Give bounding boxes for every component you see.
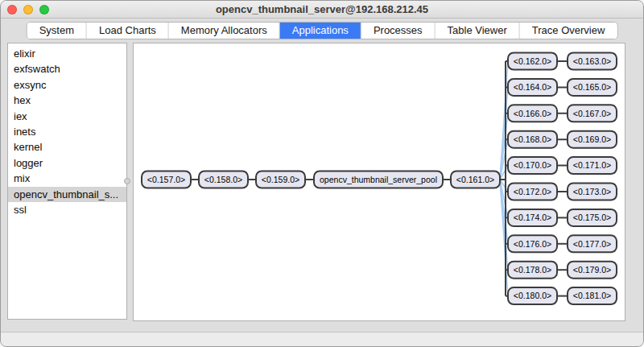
process-tree-svg: <0.157.0><0.158.0><0.159.0>opencv_thumbn…: [134, 43, 625, 320]
app-list-item[interactable]: kernel: [8, 139, 126, 155]
tab-applications[interactable]: Applications: [280, 23, 361, 39]
app-list-item[interactable]: exfswatch: [8, 61, 126, 76]
process-node-label: <0.180.0>: [514, 291, 551, 300]
process-nodes: <0.157.0><0.158.0><0.159.0>opencv_thumbn…: [142, 53, 617, 305]
close-button[interactable]: [7, 5, 17, 14]
process-node-label: <0.175.0>: [573, 213, 611, 222]
process-node[interactable]: <0.175.0>: [568, 209, 617, 226]
process-node-label: <0.179.0>: [573, 265, 611, 275]
process-node-label: <0.178.0>: [514, 265, 551, 275]
titlebar: opencv_thumbnail_server@192.168.212.45: [1, 1, 643, 19]
process-node-label: <0.164.0>: [514, 82, 551, 92]
minimize-button[interactable]: [23, 5, 33, 14]
process-node-label: <0.176.0>: [514, 239, 551, 249]
process-node-label: <0.157.0>: [147, 175, 185, 184]
process-node[interactable]: opencv_thumbnail_server_pool: [314, 171, 443, 188]
process-node-label: <0.177.0>: [573, 239, 611, 249]
window-title: opencv_thumbnail_server@192.168.212.45: [1, 1, 643, 19]
app-list-item[interactable]: iex: [8, 109, 126, 124]
process-node-label: <0.172.0>: [514, 187, 551, 196]
process-node[interactable]: <0.172.0>: [508, 184, 557, 200]
process-node[interactable]: <0.179.0>: [568, 262, 617, 279]
tab-load-charts[interactable]: Load Charts: [87, 23, 169, 39]
process-node[interactable]: <0.165.0>: [568, 79, 617, 96]
process-node-label: <0.161.0>: [456, 175, 494, 184]
tab-trace-overview[interactable]: Trace Overview: [520, 23, 617, 39]
process-node-label: <0.171.0>: [573, 160, 611, 170]
process-node[interactable]: <0.167.0>: [568, 105, 617, 122]
process-node[interactable]: <0.163.0>: [568, 53, 617, 70]
tab-bar: SystemLoad ChartsMemory AllocatorsApplic…: [27, 22, 618, 39]
process-node[interactable]: <0.176.0>: [508, 235, 557, 252]
process-node-label: <0.168.0>: [514, 134, 551, 144]
traffic-lights: [7, 1, 49, 19]
link-lines: [500, 61, 508, 296]
process-node[interactable]: <0.161.0>: [451, 171, 500, 188]
process-node[interactable]: <0.168.0>: [508, 131, 557, 148]
process-node[interactable]: <0.173.0>: [568, 184, 617, 200]
splitter-handle[interactable]: [124, 178, 130, 184]
process-node[interactable]: <0.171.0>: [568, 157, 617, 174]
app-list-item[interactable]: inets: [8, 124, 126, 139]
process-node-label: <0.166.0>: [514, 109, 551, 118]
process-node[interactable]: <0.159.0>: [256, 171, 305, 188]
app-list-item[interactable]: mix: [8, 171, 126, 186]
process-tree-canvas: <0.157.0><0.158.0><0.159.0>opencv_thumbn…: [133, 43, 625, 321]
process-node-label: <0.169.0>: [573, 134, 611, 144]
process-node-label: <0.158.0>: [204, 175, 242, 184]
process-node-label: <0.170.0>: [514, 160, 551, 170]
process-node-label: <0.173.0>: [573, 187, 611, 196]
status-bar: [1, 332, 643, 346]
process-node[interactable]: <0.169.0>: [568, 131, 617, 148]
tab-processes[interactable]: Processes: [361, 23, 436, 39]
process-node[interactable]: <0.164.0>: [508, 79, 557, 96]
process-node-label: <0.165.0>: [573, 82, 611, 92]
tab-table-viewer[interactable]: Table Viewer: [436, 23, 520, 39]
process-node[interactable]: <0.180.0>: [508, 287, 557, 304]
observer-window: opencv_thumbnail_server@192.168.212.45 S…: [0, 0, 644, 347]
process-node-label: <0.174.0>: [514, 213, 551, 222]
process-node[interactable]: <0.178.0>: [508, 262, 557, 279]
app-list-item[interactable]: logger: [8, 155, 126, 171]
process-node[interactable]: <0.177.0>: [568, 235, 617, 252]
process-node-label: <0.162.0>: [514, 56, 551, 66]
application-list: elixirexfswatchexsynchexiexinetskernello…: [7, 43, 127, 320]
process-node-label: <0.163.0>: [573, 56, 611, 66]
app-list-item[interactable]: opencv_thumbnail_s...: [8, 187, 126, 202]
process-node[interactable]: <0.181.0>: [568, 287, 617, 304]
zoom-button[interactable]: [39, 5, 49, 14]
app-list-item[interactable]: elixir: [8, 46, 126, 61]
process-node-label: opencv_thumbnail_server_pool: [320, 175, 437, 184]
app-list-item[interactable]: hex: [8, 93, 126, 108]
process-node[interactable]: <0.174.0>: [508, 209, 557, 226]
process-node[interactable]: <0.170.0>: [508, 157, 557, 174]
app-list-item[interactable]: ssl: [8, 202, 126, 217]
app-list-item[interactable]: exsync: [8, 77, 126, 93]
process-node[interactable]: <0.157.0>: [142, 171, 191, 188]
tab-memory-allocators[interactable]: Memory Allocators: [169, 23, 280, 39]
process-node-label: <0.181.0>: [573, 291, 611, 300]
process-node-label: <0.167.0>: [573, 109, 611, 118]
process-node[interactable]: <0.158.0>: [199, 171, 248, 188]
process-node-label: <0.159.0>: [262, 175, 299, 184]
tab-system[interactable]: System: [27, 23, 87, 39]
process-node[interactable]: <0.162.0>: [508, 53, 557, 70]
process-node[interactable]: <0.166.0>: [508, 105, 557, 122]
